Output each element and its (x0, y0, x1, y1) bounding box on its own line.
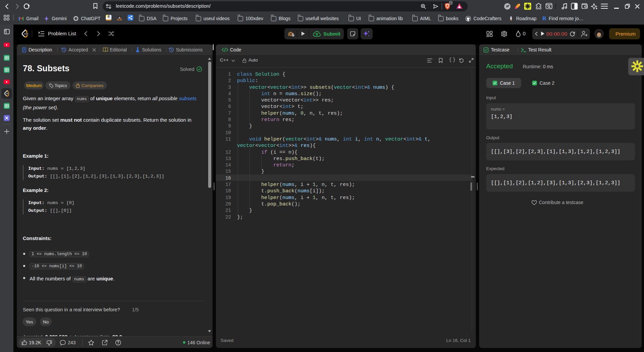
svg-text:6: 6 (450, 1, 452, 4)
svg-text:0: 0 (119, 16, 120, 19)
